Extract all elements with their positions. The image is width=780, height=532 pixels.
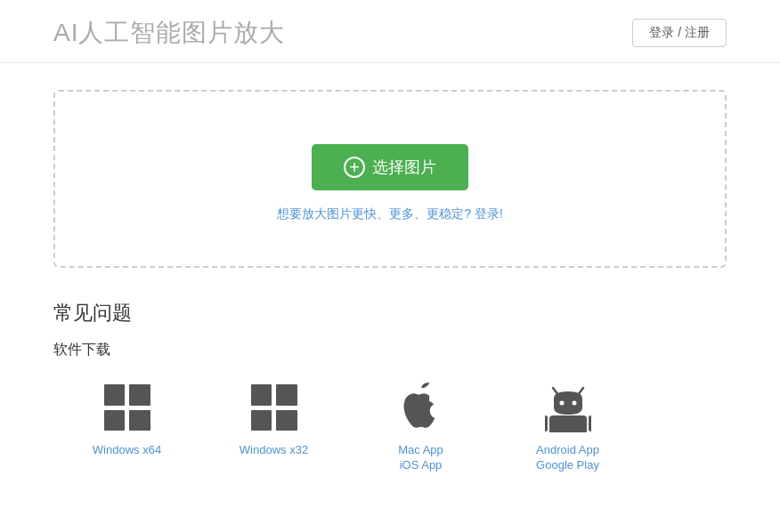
faq-section: 常见问题 软件下载 Windows x64 — [53, 300, 727, 472]
android-icon — [541, 381, 595, 434]
download-item-windows-x32: Windows x32 — [200, 381, 347, 456]
select-image-button[interactable]: + 选择图片 — [312, 144, 468, 190]
download-item-android: Android App Google Play — [494, 381, 641, 472]
download-links-windows-x32: Windows x32 — [240, 443, 308, 456]
windows-icon — [101, 381, 154, 434]
upload-hint-text: 想要放大图片更快、更多、更稳定? 登录! — [277, 206, 503, 222]
google-play-link[interactable]: Google Play — [536, 458, 599, 472]
download-item-apple: Mac App iOS App — [347, 381, 494, 472]
svg-point-2 — [559, 401, 564, 406]
windows-x32-link[interactable]: Windows x32 — [240, 443, 308, 456]
mac-app-link[interactable]: Mac App — [398, 443, 443, 456]
download-grid: Windows x64 Windows x32 — [53, 381, 727, 472]
download-links-windows-x64: Windows x64 — [93, 443, 161, 456]
svg-point-3 — [572, 401, 576, 406]
ios-app-link[interactable]: iOS App — [398, 458, 443, 472]
windows-x64-link[interactable]: Windows x64 — [93, 443, 161, 456]
download-item-windows-x64: Windows x64 — [53, 381, 200, 456]
svg-rect-6 — [589, 415, 591, 431]
android-app-link[interactable]: Android App — [536, 443, 599, 456]
plus-icon: + — [344, 157, 365, 178]
apple-icon — [394, 381, 448, 434]
svg-rect-4 — [549, 415, 587, 432]
download-links-android: Android App Google Play — [536, 443, 599, 472]
page-title: AI人工智能图片放大 — [53, 16, 285, 50]
windows-x32-icon — [248, 381, 301, 434]
faq-title: 常见问题 — [53, 300, 727, 326]
header: AI人工智能图片放大 登录 / 注册 — [0, 0, 780, 63]
select-image-label: 选择图片 — [372, 157, 436, 178]
download-links-apple: Mac App iOS App — [398, 443, 443, 472]
main-content: + 选择图片 想要放大图片更快、更多、更稳定? 登录! 常见问题 软件下载 — [0, 63, 780, 472]
upload-area[interactable]: + 选择图片 想要放大图片更快、更多、更稳定? 登录! — [53, 90, 727, 268]
login-register-button[interactable]: 登录 / 注册 — [632, 19, 727, 47]
software-subtitle: 软件下载 — [53, 341, 727, 359]
svg-rect-5 — [545, 415, 548, 431]
